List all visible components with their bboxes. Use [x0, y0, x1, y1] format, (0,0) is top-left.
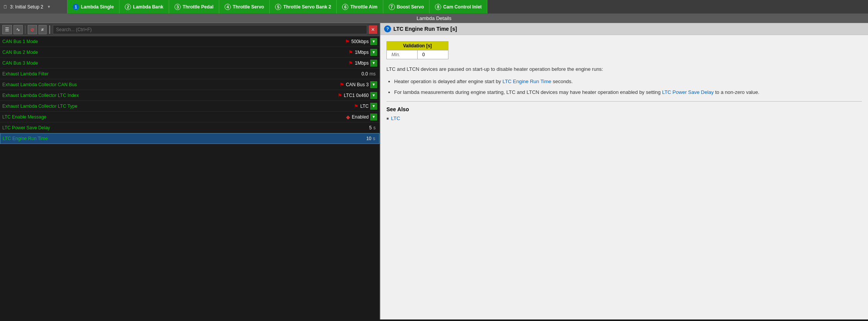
table-row[interactable]: CAN Bus 2 Mode⚑1Mbps▼ — [0, 47, 379, 58]
table-row[interactable]: CAN Bus 1 Mode⚑500kbps▼ — [0, 36, 379, 47]
project-name: 3: Initial Setup 2 — [10, 4, 43, 10]
search-input[interactable] — [53, 25, 367, 34]
tab-num-1: 1 — [73, 4, 79, 10]
toolbar-separator — [49, 25, 50, 34]
row-value: LTC — [360, 104, 369, 109]
bullet-1-text-before: Heater operation is delayed after engine… — [394, 79, 502, 84]
row-name: CAN Bus 2 Mode — [2, 50, 347, 55]
validation-min-value: 0 — [418, 50, 448, 59]
bullet-item-1: Heater operation is delayed after engine… — [394, 77, 862, 86]
tab-boost-servo[interactable]: 7 Boost Servo — [383, 0, 430, 13]
toolbar: ☰ ∿ ⊘ ≠ ✕ — [0, 23, 379, 36]
row-dropdown-btn[interactable]: ▼ — [370, 92, 377, 99]
ltc-see-also-link[interactable]: LTC — [391, 115, 400, 121]
row-flag-icon: ⚑ — [354, 103, 359, 109]
tab-throttle-aim[interactable]: 6 Throttle Aim — [337, 0, 383, 13]
row-name: Exhaust Lambda Filter — [2, 71, 361, 77]
row-value: 1Mbps — [355, 60, 369, 66]
row-name: CAN Bus 1 Mode — [2, 39, 343, 44]
tab-label-1: Lambda Single — [81, 4, 114, 10]
row-name: Exhaust Lambda Collector CAN Bus — [2, 82, 338, 87]
tab-num-8: 8 — [435, 4, 441, 10]
tab-throttle-servo-bank2[interactable]: 5 Throttle Servo Bank 2 — [270, 0, 337, 13]
see-also-section: See Also ■ LTC — [386, 101, 862, 121]
row-name: CAN Bus 3 Mode — [2, 60, 347, 66]
table-area: CAN Bus 1 Mode⚑500kbps▼CAN Bus 2 Mode⚑1M… — [0, 36, 379, 319]
row-value: 0.0 — [361, 71, 368, 77]
bullet-2-text-after: to a non-zero value. — [714, 89, 760, 95]
tab-label-2: Lambda Bank — [133, 4, 163, 10]
tab-label-3: Throttle Pedal — [183, 4, 213, 10]
right-panel: ? LTC Engine Run Time [s] Validation [s]… — [380, 23, 868, 319]
row-unit: s — [373, 125, 376, 130]
tab-lambda-single[interactable]: 1 Lambda Single — [67, 0, 119, 13]
row-value: 500kbps — [351, 39, 369, 44]
row-value: 10 — [366, 136, 371, 141]
description-text: LTC and LTCN devices are paused on start… — [386, 65, 862, 74]
table-row[interactable]: Exhaust Lambda Filter0.0ms — [0, 69, 379, 79]
see-also-item-ltc: ■ LTC — [386, 115, 862, 121]
tab-num-4: 4 — [225, 4, 231, 10]
ltc-engine-run-time-link[interactable]: LTC Engine Run Time — [502, 79, 551, 84]
wave-btn[interactable]: ∿ — [13, 25, 23, 34]
row-name: Exhaust Lambda Collector LTC Type — [2, 104, 352, 109]
row-name: LTC Power Save Delay — [2, 125, 369, 130]
see-also-bullet: ■ — [386, 116, 389, 120]
left-panel: ☰ ∿ ⊘ ≠ ✕ CAN Bus 1 Mode⚑500kbps▼CAN Bus… — [0, 23, 380, 319]
row-unit: ms — [369, 71, 376, 77]
validation-min-label: Min. — [387, 50, 418, 59]
compare-btn[interactable]: ≠ — [39, 25, 47, 34]
cancel-btn[interactable]: ⊘ — [28, 25, 37, 34]
bullet-1-text-after: seconds. — [551, 79, 573, 84]
row-flag-icon: ⚑ — [345, 38, 350, 45]
bullet-item-2: For lambda measurements during engine st… — [394, 88, 862, 97]
row-dropdown-btn[interactable]: ▼ — [370, 103, 377, 110]
row-dropdown-btn[interactable]: ▼ — [370, 60, 377, 67]
tab-lambda-bank[interactable]: 2 Lambda Bank — [119, 0, 169, 13]
tab-bar: 1 Lambda Single 2 Lambda Bank 3 Throttle… — [67, 0, 868, 13]
right-panel-header: ? LTC Engine Run Time [s] — [380, 23, 868, 35]
bullet-list: Heater operation is delayed after engine… — [394, 77, 862, 97]
row-name: Exhaust Lambda Collector LTC Index — [2, 93, 336, 98]
row-value: LTC1 0x460 — [344, 93, 369, 98]
close-search-btn[interactable]: ✕ — [369, 25, 377, 34]
tab-throttle-servo[interactable]: 4 Throttle Servo — [219, 0, 270, 13]
table-row[interactable]: Exhaust Lambda Collector LTC Type⚑LTC▼ — [0, 101, 379, 112]
row-flag-icon: ⚑ — [348, 49, 353, 55]
see-also-title: See Also — [386, 106, 862, 112]
tab-label-8: Cam Control Inlet — [443, 4, 482, 10]
project-selector[interactable]: 🗒 3: Initial Setup 2 ▼ — [0, 0, 67, 13]
top-bar: 🗒 3: Initial Setup 2 ▼ 1 Lambda Single 2… — [0, 0, 868, 14]
row-value: 5 — [369, 125, 372, 130]
tab-num-6: 6 — [342, 4, 348, 10]
table-view-btn[interactable]: ☰ — [2, 25, 12, 34]
info-icon: ? — [384, 25, 391, 32]
row-name: LTC Enable Message — [2, 114, 344, 120]
validation-header: Validation [s] — [387, 42, 448, 50]
row-flag-icon: ⚑ — [337, 92, 342, 99]
row-dropdown-btn[interactable]: ▼ — [370, 38, 377, 45]
tab-num-5: 5 — [275, 4, 281, 10]
project-dropdown-arrow: ▼ — [47, 5, 51, 9]
tab-num-7: 7 — [389, 4, 395, 10]
row-dropdown-btn[interactable]: ▼ — [370, 49, 377, 56]
tab-throttle-pedal[interactable]: 3 Throttle Pedal — [169, 0, 219, 13]
table-row[interactable]: Exhaust Lambda Collector LTC Index⚑LTC1 … — [0, 90, 379, 101]
table-row[interactable]: LTC Enable Message◆Enabled▼ — [0, 112, 379, 122]
table-row[interactable]: LTC Power Save Delay5s — [0, 122, 379, 133]
table-row[interactable]: LTC Engine Run Time10s — [0, 133, 379, 144]
row-value: 1Mbps — [355, 50, 369, 55]
table-row[interactable]: Exhaust Lambda Collector CAN Bus⚑CAN Bus… — [0, 79, 379, 90]
tab-num-2: 2 — [125, 4, 131, 10]
row-unit: s — [373, 136, 375, 141]
ltc-power-save-delay-link[interactable]: LTC Power Save Delay — [662, 89, 714, 95]
tab-label-7: Boost Servo — [397, 4, 424, 10]
table-row[interactable]: CAN Bus 3 Mode⚑1Mbps▼ — [0, 58, 379, 69]
tab-label-5: Throttle Servo Bank 2 — [283, 4, 331, 10]
toolbar-divider-1 — [25, 25, 25, 34]
tab-cam-control-inlet[interactable]: 8 Cam Control Inlet — [430, 0, 487, 13]
row-dropdown-btn[interactable]: ▼ — [370, 81, 377, 88]
tab-label-6: Throttle Aim — [350, 4, 377, 10]
row-dropdown-btn[interactable]: ▼ — [370, 114, 377, 120]
validation-table: Validation [s] Min. 0 — [386, 41, 448, 59]
